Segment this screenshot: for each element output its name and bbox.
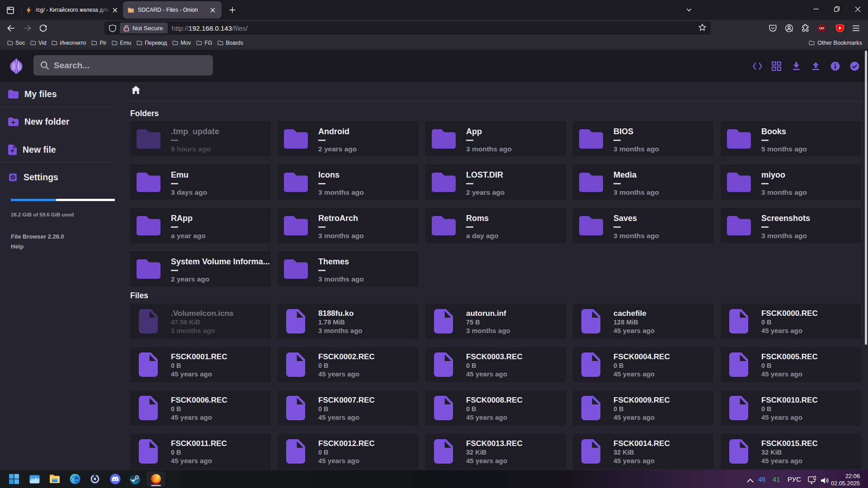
svg-text:UO: UO [819,26,824,30]
